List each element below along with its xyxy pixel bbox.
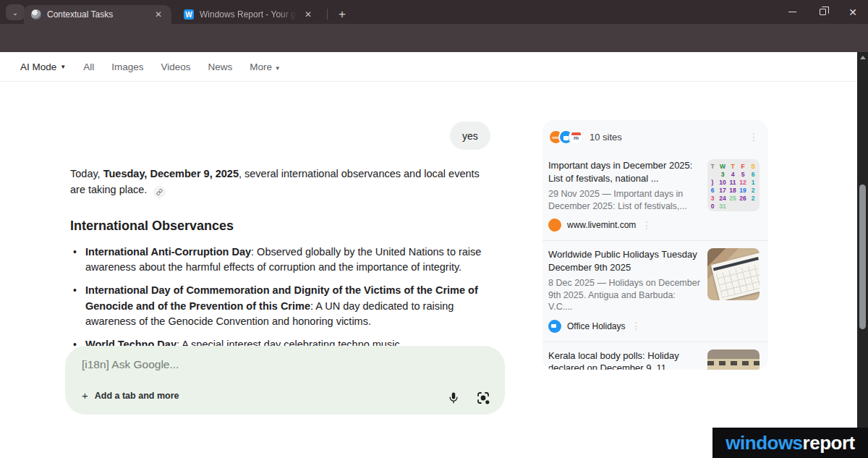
voice-search-button[interactable] bbox=[447, 391, 460, 405]
scroll-up-arrow-icon[interactable] bbox=[860, 56, 866, 59]
article-title[interactable]: Kerala local body polls: Holiday declare… bbox=[548, 349, 700, 370]
favicon-cluster: mint bbox=[548, 130, 584, 145]
windowsreport-logo: windowsreport bbox=[712, 428, 868, 458]
article-snippet: 8 Dec 2025 — Holidays on December 9th 20… bbox=[548, 277, 700, 313]
calendar-favicon-icon bbox=[569, 130, 584, 145]
lens-icon bbox=[476, 391, 490, 405]
lens-camera-button[interactable] bbox=[476, 391, 490, 405]
tab-images[interactable]: Images bbox=[111, 62, 143, 72]
bullet-term: International Anti-Corruption Day bbox=[85, 246, 251, 258]
card-menu-button[interactable]: ⋮ bbox=[631, 324, 641, 328]
chevron-down-icon: ▼ bbox=[275, 65, 281, 72]
ai-mode-label: AI Mode bbox=[20, 62, 56, 72]
plus-icon: + bbox=[82, 389, 88, 402]
browser-titlebar: ⌄ Contextual Tasks ✕ W Windows Report - … bbox=[0, 0, 868, 24]
user-message-bubble: yes bbox=[450, 122, 490, 150]
source-card[interactable]: Important days in December 2025: List of… bbox=[542, 152, 768, 240]
tab-ai-mode[interactable]: AI Mode ▼ bbox=[20, 62, 66, 72]
tab-close-icon[interactable]: ✕ bbox=[302, 9, 314, 20]
article-source: www.livemint.com ⋮ bbox=[548, 219, 700, 232]
tab-title: Windows Report - Your go-to s bbox=[200, 9, 297, 20]
logo-part-report: report bbox=[803, 432, 855, 454]
sources-menu-button[interactable]: ⋮ bbox=[748, 135, 760, 139]
source-card[interactable]: Kerala local body polls: Holiday declare… bbox=[542, 342, 768, 370]
tab-divider bbox=[327, 9, 328, 20]
windows-report-favicon-icon: W bbox=[184, 9, 194, 20]
microphone-icon bbox=[447, 391, 460, 405]
add-tab-label: Add a tab and more bbox=[95, 391, 179, 401]
chevron-down-icon: ⌄ bbox=[12, 9, 18, 17]
article-thumbnail bbox=[707, 248, 760, 300]
more-label: More bbox=[250, 62, 272, 72]
answer-intro: Today, Tuesday, December 9, 2025, severa… bbox=[70, 166, 491, 198]
source-link-button[interactable] bbox=[153, 186, 166, 198]
article-source: Office Holidays ⋮ bbox=[548, 320, 700, 333]
tab-search-button[interactable]: ⌄ bbox=[6, 4, 25, 20]
minimize-icon bbox=[788, 12, 796, 13]
officeholidays-favicon-icon bbox=[548, 320, 561, 333]
page-scrollbar[interactable] bbox=[857, 52, 868, 458]
source-domain[interactable]: Office Holidays bbox=[567, 321, 625, 331]
scrollbar-thumb[interactable] bbox=[859, 185, 866, 329]
article-thumbnail calendar-grid: TWTFS3456)10111216171819232425262031 bbox=[707, 159, 760, 211]
logo-part-windows: windows bbox=[726, 432, 802, 454]
intro-date: Tuesday, December 9, 2025 bbox=[103, 168, 239, 179]
sources-header: mint 10 sites ⋮ bbox=[542, 120, 768, 152]
tab-videos[interactable]: Videos bbox=[161, 62, 191, 72]
source-card[interactable]: Worldwide Public Holidays Tuesday Decemb… bbox=[542, 240, 768, 342]
globe-favicon-icon bbox=[31, 9, 41, 20]
list-item: International Anti-Corruption Day: Obser… bbox=[70, 245, 491, 276]
ask-google-composer[interactable]: + Add a tab and more bbox=[65, 346, 505, 415]
tab-more[interactable]: More ▼ bbox=[250, 62, 280, 72]
article-title[interactable]: Worldwide Public Holidays Tuesday Decemb… bbox=[548, 248, 700, 273]
link-icon bbox=[156, 189, 163, 195]
new-tab-button[interactable]: + bbox=[333, 5, 352, 24]
tab-windows-report[interactable]: W Windows Report - Your go-to s ✕ bbox=[176, 5, 321, 24]
source-domain[interactable]: www.livemint.com bbox=[567, 220, 636, 230]
tab-title: Contextual Tasks bbox=[47, 9, 147, 20]
minimize-button[interactable] bbox=[777, 0, 807, 24]
close-icon: ✕ bbox=[848, 7, 857, 17]
ai-answer: Today, Tuesday, December 9, 2025, severa… bbox=[70, 162, 491, 360]
results-nav: AI Mode ▼ All Images Videos News More ▼ bbox=[0, 52, 857, 82]
observances-list: International Anti-Corruption Day: Obser… bbox=[70, 245, 491, 353]
page-content: AI Mode ▼ All Images Videos News More ▼ … bbox=[0, 52, 868, 458]
article-thumbnail bbox=[707, 349, 760, 370]
tab-news[interactable]: News bbox=[208, 62, 233, 72]
restore-icon bbox=[820, 9, 826, 15]
chevron-down-icon: ▼ bbox=[60, 64, 66, 70]
livemint-favicon-icon bbox=[548, 219, 561, 232]
browser-toolbar: ← → ↻ Chrome chrome://contextual-tasks/?… bbox=[0, 24, 868, 52]
window-controls: ✕ bbox=[777, 0, 868, 24]
sources-sidebar: mint 10 sites ⋮ Important days in Decemb… bbox=[542, 120, 768, 370]
article-snippet: 29 Nov 2025 — Important days in December… bbox=[548, 188, 700, 212]
add-tab-button[interactable]: + Add a tab and more bbox=[82, 389, 179, 402]
article-title[interactable]: Important days in December 2025: List of… bbox=[548, 159, 700, 185]
card-menu-button[interactable]: ⋮ bbox=[642, 224, 652, 227]
list-item: International Day of Commemoration and D… bbox=[70, 283, 491, 330]
answer-heading: International Observances bbox=[70, 218, 491, 234]
tab-close-icon[interactable]: ✕ bbox=[153, 9, 164, 20]
tab-contextual-tasks[interactable]: Contextual Tasks ✕ bbox=[24, 5, 171, 24]
sites-count: 10 sites bbox=[590, 132, 748, 143]
intro-pre: Today, bbox=[70, 168, 103, 179]
restore-button[interactable] bbox=[807, 0, 838, 24]
close-button[interactable]: ✕ bbox=[838, 0, 868, 24]
ask-input[interactable] bbox=[82, 358, 393, 371]
tab-all[interactable]: All bbox=[83, 62, 94, 72]
